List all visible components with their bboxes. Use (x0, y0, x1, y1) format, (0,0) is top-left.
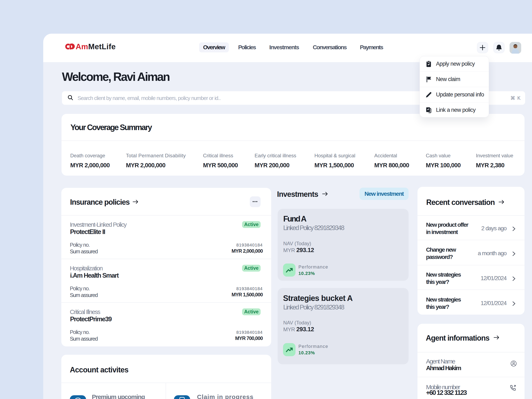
svg-text:AmMetLife: AmMetLife (76, 43, 116, 50)
